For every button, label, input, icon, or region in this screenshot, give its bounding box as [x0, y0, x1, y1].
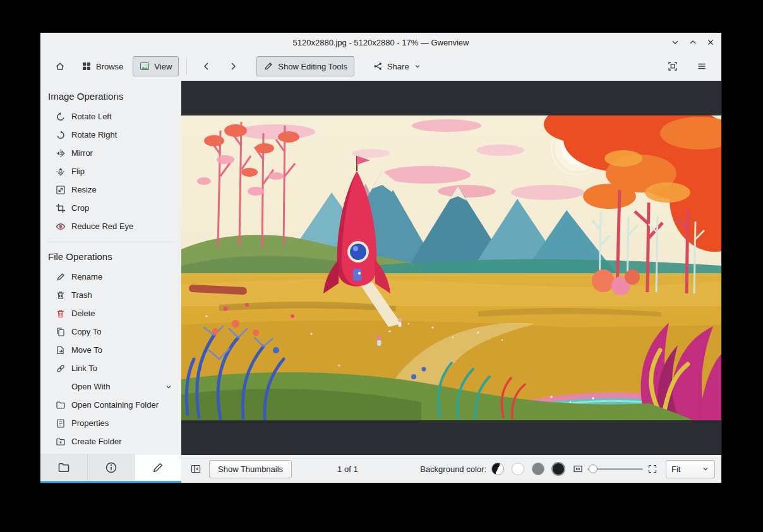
- zoom-slider-knob[interactable]: [589, 464, 598, 473]
- gwenview-window: 5120x2880.jpg - 5120x2880 - 17% — Gwenvi…: [40, 33, 721, 483]
- create-folder-icon: [56, 437, 66, 447]
- properties-icon: [56, 418, 66, 429]
- maximize-icon: [688, 38, 697, 47]
- maximize-button[interactable]: [687, 37, 699, 48]
- background-light-swatch[interactable]: [512, 463, 524, 475]
- view-button[interactable]: View: [133, 56, 179, 76]
- sidebar-item-delete[interactable]: Delete: [40, 304, 181, 322]
- window-title: 5120x2880.jpg - 5120x2880 - 17% — Gwenvi…: [293, 38, 469, 47]
- sidebar-item-mirror[interactable]: Mirror: [40, 144, 181, 162]
- browse-label: Browse: [96, 62, 123, 71]
- sidebar-item-create-folder[interactable]: Create Folder: [40, 432, 181, 451]
- view-image-icon: [140, 61, 150, 71]
- sidebar-panel: Image Operations Rotate Left Rotate Righ…: [40, 81, 181, 454]
- image-operations-title: Image Operations: [40, 85, 181, 107]
- show-editing-tools-button[interactable]: Show Editing Tools: [256, 56, 354, 76]
- zoom-fit-icon: [573, 464, 583, 474]
- statusbar: Show Thumbnails 1 of 1 Background color:: [181, 455, 721, 483]
- sidebar-tab-information[interactable]: [88, 454, 135, 481]
- view-label: View: [154, 62, 172, 71]
- sidebar-toggle-button[interactable]: [188, 461, 204, 477]
- hamburger-menu-icon: [697, 61, 707, 71]
- back-button[interactable]: [195, 56, 219, 76]
- delete-icon: [56, 309, 66, 319]
- chevron-down-icon: [702, 465, 709, 473]
- share-button[interactable]: Share: [366, 56, 428, 76]
- zoom-expand-icon: [647, 464, 658, 474]
- background-auto-swatch[interactable]: [491, 463, 504, 475]
- close-button[interactable]: [705, 37, 716, 48]
- file-operations-title: File Operations: [40, 245, 181, 268]
- zoom-actual-size-button[interactable]: [644, 461, 661, 477]
- background-color-label: Background color:: [420, 464, 486, 474]
- fit-selection-icon: [668, 61, 678, 71]
- zoom-mode-value: Fit: [671, 464, 680, 474]
- forward-arrow-icon: [228, 61, 238, 71]
- sidebar-tab-folders[interactable]: [40, 454, 88, 481]
- zoom-mode-dropdown[interactable]: Fit: [666, 460, 715, 478]
- show-thumbnails-button[interactable]: Show Thumbnails: [209, 460, 292, 478]
- trash-icon: [56, 290, 66, 300]
- rename-icon: [56, 272, 66, 282]
- sidebar-tab-bar: [40, 454, 181, 481]
- show-editing-tools-label: Show Editing Tools: [278, 62, 347, 71]
- share-icon: [373, 61, 383, 71]
- sidebar-item-open-with[interactable]: Open With: [40, 377, 181, 396]
- crop-icon: [56, 203, 66, 213]
- titlebar[interactable]: 5120x2880.jpg - 5120x2880 - 17% — Gwenvi…: [40, 33, 721, 52]
- pencil-icon: [263, 61, 273, 71]
- image-canvas[interactable]: [181, 115, 721, 420]
- red-eye-icon: [56, 222, 66, 232]
- operations-sidebar: Image Operations Rotate Left Rotate Righ…: [40, 81, 181, 483]
- close-icon: [706, 38, 715, 47]
- zoom-slider[interactable]: [587, 461, 643, 477]
- minimize-button[interactable]: [670, 37, 681, 48]
- fit-window-button[interactable]: [661, 56, 685, 76]
- rotate-left-icon: [56, 112, 66, 122]
- rotate-right-icon: [56, 130, 66, 140]
- menu-button[interactable]: [690, 56, 714, 76]
- chevron-down-icon: [414, 62, 421, 70]
- sidebar-item-rename[interactable]: Rename: [40, 268, 181, 286]
- background-dark-swatch[interactable]: [552, 463, 565, 475]
- info-icon: [105, 461, 117, 474]
- forward-button[interactable]: [221, 56, 245, 76]
- folder-tab-icon: [57, 461, 70, 474]
- sidebar-item-properties[interactable]: Properties: [40, 414, 181, 432]
- sidebar-active-tab-indicator: [40, 481, 181, 483]
- move-icon: [56, 345, 66, 355]
- home-icon: [55, 61, 65, 71]
- share-label: Share: [387, 62, 409, 71]
- folder-icon: [56, 400, 66, 410]
- sidebar-item-reduce-red-eye[interactable]: Reduce Red Eye: [40, 217, 181, 235]
- sidebar-item-link-to[interactable]: Link To: [40, 359, 181, 377]
- sidebar-separator: [47, 242, 175, 242]
- sidebar-item-resize[interactable]: Resize: [40, 180, 181, 199]
- sidebar-item-rotate-left[interactable]: Rotate Left: [40, 107, 181, 126]
- image-viewport[interactable]: [181, 81, 721, 455]
- sidebar-toggle-icon: [191, 464, 201, 474]
- sidebar-tab-operations[interactable]: [135, 454, 181, 481]
- desktop-background: 5120x2880.jpg - 5120x2880 - 17% — Gwenvi…: [0, 0, 763, 532]
- browse-grid-icon: [81, 61, 92, 71]
- mirror-icon: [56, 148, 66, 158]
- sidebar-item-flip[interactable]: Flip: [40, 162, 181, 180]
- sidebar-item-trash[interactable]: Trash: [40, 286, 181, 304]
- toolbar-separator: [186, 58, 187, 74]
- browse-button[interactable]: Browse: [75, 56, 130, 76]
- window-controls: [670, 33, 716, 52]
- sidebar-item-copy-to[interactable]: Copy To: [40, 322, 181, 341]
- home-button[interactable]: [48, 56, 72, 76]
- background-swatches: [491, 463, 565, 475]
- chevron-down-icon: [165, 383, 172, 391]
- sidebar-item-rotate-right[interactable]: Rotate Right: [40, 126, 181, 144]
- copy-icon: [56, 327, 66, 337]
- sidebar-item-crop[interactable]: Crop: [40, 199, 181, 217]
- back-arrow-icon: [201, 61, 212, 71]
- sidebar-item-open-containing-folder[interactable]: Open Containing Folder: [40, 396, 181, 414]
- pencil-tab-icon: [152, 461, 164, 474]
- minimize-icon: [671, 38, 680, 47]
- zoom-fit-button[interactable]: [570, 461, 586, 477]
- background-neutral-swatch[interactable]: [532, 463, 544, 475]
- sidebar-item-move-to[interactable]: Move To: [40, 341, 181, 359]
